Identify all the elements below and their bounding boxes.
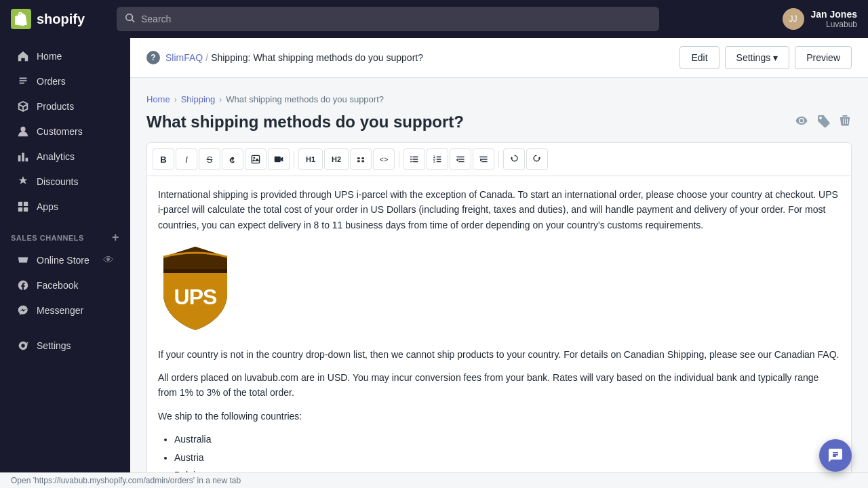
messenger-icon — [16, 304, 30, 317]
video-button[interactable] — [268, 148, 290, 170]
sidebar-item-home[interactable]: Home — [5, 44, 125, 68]
bold-button[interactable]: B — [153, 148, 174, 170]
facebook-icon — [16, 279, 30, 292]
apps-icon — [16, 200, 30, 214]
breadcrumb-nav: Home › Shipping › What shipping methods … — [146, 94, 852, 104]
sidebar-item-online-store[interactable]: Online Store 👁 — [5, 248, 125, 272]
list-item: Austria — [174, 450, 840, 465]
h1-button[interactable]: H1 — [298, 148, 323, 170]
svg-rect-16 — [437, 159, 441, 159]
visibility-icon[interactable] — [795, 114, 808, 131]
sidebar-item-orders[interactable]: Orders — [5, 69, 125, 94]
sidebar-item-analytics[interactable]: Analytics — [5, 144, 125, 169]
svg-point-7 — [410, 156, 412, 157]
unordered-list-button[interactable] — [403, 148, 425, 170]
ups-logo: UPS — [158, 243, 840, 336]
undo-button[interactable] — [503, 148, 525, 170]
svg-rect-8 — [412, 157, 418, 157]
tag-icon[interactable] — [816, 114, 830, 131]
chat-fab-button[interactable] — [819, 439, 852, 472]
svg-rect-23 — [481, 159, 487, 159]
redo-button[interactable] — [526, 148, 548, 170]
preview-button[interactable]: Preview — [795, 46, 852, 69]
page-header: ? SlimFAQ / Shipping: What shipping meth… — [130, 38, 868, 78]
page-header-actions: Edit Settings ▾ Preview — [679, 46, 852, 69]
discounts-icon — [16, 175, 30, 188]
breadcrumb-chevron-2: › — [219, 95, 222, 104]
sidebar-item-messenger[interactable]: Messenger — [5, 298, 125, 323]
editor-paragraph-4: We ship to the following countries: — [158, 409, 840, 424]
sidebar-discounts-label: Discounts — [37, 176, 78, 187]
svg-text:3.: 3. — [433, 160, 436, 163]
slimfaq-link[interactable]: SlimFAQ — [165, 52, 203, 63]
svg-rect-21 — [458, 161, 464, 162]
add-sales-channel-button[interactable]: + — [112, 230, 119, 245]
blockquote-button[interactable] — [350, 148, 372, 170]
page-header-left: ? SlimFAQ / Shipping: What shipping meth… — [146, 51, 423, 64]
shopify-logo[interactable]: shopify — [11, 9, 106, 29]
svg-rect-1 — [24, 202, 28, 206]
settings-button[interactable]: Settings ▾ — [725, 46, 790, 69]
online-store-visibility-icon[interactable]: 👁 — [103, 254, 114, 266]
editor-body[interactable]: International shipping is provided throu… — [147, 176, 851, 488]
sidebar-item-products[interactable]: Products — [5, 94, 125, 119]
sidebar-online-store-label: Online Store — [37, 255, 90, 266]
delete-icon[interactable] — [838, 114, 852, 131]
sidebar: Home Orders Products Customers Analytics — [0, 38, 130, 488]
article-title-area: What shipping methods do you support? — [146, 113, 852, 131]
ordered-list-button[interactable]: 1.2.3. — [427, 148, 448, 170]
editor-paragraph-1: International shipping is provided throu… — [158, 187, 840, 232]
strikethrough-button[interactable]: S — [199, 148, 220, 170]
sidebar-facebook-label: Facebook — [37, 280, 78, 291]
search-bar[interactable] — [117, 7, 659, 31]
search-input[interactable] — [141, 14, 651, 24]
sales-channels-label: SALES CHANNELS — [11, 234, 84, 242]
sidebar-settings-label: Settings — [37, 340, 71, 351]
breadcrumb-home[interactable]: Home — [146, 94, 170, 104]
help-icon[interactable]: ? — [146, 51, 160, 64]
svg-point-5 — [254, 157, 256, 159]
svg-rect-19 — [456, 157, 464, 157]
toolbar-separator-2 — [399, 151, 399, 167]
svg-rect-4 — [252, 155, 259, 163]
editor-paragraph-2: If your country is not in the country dr… — [158, 347, 840, 362]
status-bar: Open 'https://luvabub.myshopify.com/admi… — [0, 472, 868, 488]
svg-rect-2 — [18, 207, 22, 211]
indent-more-button[interactable] — [473, 148, 494, 170]
article-title: What shipping methods do you support? — [146, 113, 464, 131]
svg-point-9 — [410, 159, 412, 160]
italic-button[interactable]: I — [176, 148, 197, 170]
sidebar-item-facebook[interactable]: Facebook — [5, 273, 125, 298]
settings-icon — [16, 339, 30, 352]
svg-point-11 — [410, 161, 412, 162]
sidebar-products-label: Products — [37, 101, 74, 112]
editor-toolbar: B I S H1 H2 — [147, 143, 851, 176]
svg-rect-25 — [163, 269, 227, 273]
ups-logo-svg: UPS — [158, 243, 233, 331]
user-info: Jan Jones Luvabub — [811, 9, 857, 29]
article-actions — [795, 114, 852, 131]
sidebar-item-apps[interactable]: Apps — [5, 195, 125, 219]
sidebar-item-settings[interactable]: Settings — [5, 333, 125, 358]
edit-button[interactable]: Edit — [679, 46, 719, 69]
toolbar-separator-3 — [498, 151, 499, 167]
page-header-title: Shipping: What shipping methods do you s… — [211, 52, 423, 63]
code-button[interactable]: <> — [373, 148, 395, 170]
status-text: Open 'https://luvabub.myshopify.com/admi… — [11, 476, 241, 485]
sidebar-item-discounts[interactable]: Discounts — [5, 169, 125, 194]
editor-container: B I S H1 H2 — [146, 142, 852, 488]
sidebar-item-customers[interactable]: Customers — [5, 119, 125, 144]
home-icon — [16, 49, 30, 63]
link-button[interactable] — [222, 148, 243, 170]
main-content: ? SlimFAQ / Shipping: What shipping meth… — [130, 38, 868, 488]
h2-button[interactable]: H2 — [324, 148, 349, 170]
svg-text:UPS: UPS — [174, 285, 217, 309]
svg-rect-12 — [412, 161, 418, 162]
breadcrumb-shipping[interactable]: Shipping — [181, 94, 216, 104]
search-icon — [125, 13, 136, 26]
sidebar-customers-label: Customers — [37, 126, 83, 137]
svg-rect-10 — [412, 159, 418, 159]
image-button[interactable] — [245, 148, 267, 170]
sales-channels-header: SALES CHANNELS + — [0, 220, 130, 247]
indent-less-button[interactable] — [450, 148, 471, 170]
